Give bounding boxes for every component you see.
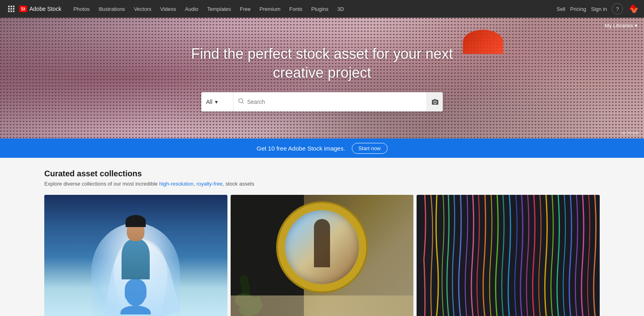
adobe-badge: St — [19, 6, 27, 12]
collection-card-3[interactable] — [417, 195, 600, 316]
navbar: St Adobe Stock Photos Illustrations Vect… — [0, 0, 644, 18]
nav-link-videos[interactable]: Videos — [156, 4, 180, 14]
main-content: Curated asset collections Explore divers… — [0, 158, 644, 316]
collections-title: Curated asset collections — [44, 169, 600, 178]
nav-link-photos[interactable]: Photos — [69, 4, 93, 14]
adobe-stock-logo[interactable]: St Adobe Stock — [19, 6, 61, 12]
svg-rect-5 — [13, 8, 14, 10]
chevron-down-icon — [215, 99, 218, 105]
svg-rect-1 — [10, 6, 12, 7]
nav-sell-link[interactable]: Sell — [557, 6, 566, 12]
high-res-link[interactable]: high-resolution — [159, 181, 193, 187]
collection-card-2[interactable] — [231, 195, 414, 316]
search-category-dropdown[interactable]: All — [201, 92, 233, 112]
nav-link-audio[interactable]: Audio — [181, 4, 202, 14]
svg-rect-8 — [13, 10, 14, 12]
svg-rect-4 — [10, 8, 12, 10]
my-libraries-label: My Libraries — [605, 23, 633, 29]
search-bar: All — [201, 92, 443, 112]
hero-content: Find the perfect stock asset for your ne… — [191, 45, 453, 83]
nav-link-premium[interactable]: Premium — [256, 4, 285, 14]
svg-rect-0 — [8, 6, 10, 7]
nav-pricing-link[interactable]: Pricing — [570, 6, 586, 12]
svg-point-11 — [434, 101, 436, 103]
nav-link-fonts[interactable]: Fonts — [285, 4, 307, 14]
search-input[interactable] — [247, 99, 422, 105]
svg-rect-2 — [13, 6, 14, 7]
chevron-down-icon — [635, 23, 638, 29]
navbar-right: Sell Pricing Sign in ? — [557, 3, 639, 14]
nav-link-plugins[interactable]: Plugins — [307, 4, 332, 14]
grid-icon[interactable] — [5, 2, 18, 15]
hero-section: My Libraries Find the perfect stock asse… — [0, 18, 644, 138]
nav-link-templates[interactable]: Templates — [203, 4, 235, 14]
visual-search-button[interactable] — [427, 92, 443, 112]
collections-subtitle: Explore diverse collections of our most … — [44, 181, 600, 187]
collection-card-1[interactable] — [44, 195, 227, 316]
start-now-button[interactable]: Start now — [352, 143, 388, 154]
promo-banner: Get 10 free Adobe Stock images. Start no… — [0, 138, 644, 158]
promo-text: Get 10 free Adobe Stock images. — [256, 145, 345, 152]
svg-rect-7 — [10, 10, 12, 12]
royalty-free-link[interactable]: royalty-free — [196, 181, 223, 187]
nav-link-vectors[interactable]: Vectors — [130, 4, 155, 14]
by-scopio-label: by Scopio — [621, 131, 639, 135]
svg-rect-3 — [8, 8, 10, 10]
help-icon[interactable]: ? — [612, 3, 623, 14]
svg-rect-6 — [8, 10, 10, 12]
my-libraries-button[interactable]: My Libraries — [605, 23, 638, 29]
search-category-label: All — [206, 99, 213, 105]
nav-link-illustrations[interactable]: Illustrations — [95, 4, 129, 14]
nav-link-free[interactable]: Free — [236, 4, 255, 14]
hero-umbrella-decoration — [463, 30, 503, 54]
image-grid — [44, 195, 600, 316]
search-icon — [238, 98, 244, 105]
navbar-left: St Adobe Stock Photos Illustrations Vect… — [5, 2, 348, 15]
svg-point-9 — [239, 99, 243, 103]
adobe-creative-cloud-icon[interactable] — [628, 3, 639, 14]
nav-signin-link[interactable]: Sign in — [591, 6, 607, 12]
search-input-area — [233, 92, 427, 112]
svg-line-10 — [242, 102, 244, 103]
nav-link-3d[interactable]: 3D — [333, 4, 348, 14]
adobe-stock-name: Adobe Stock — [29, 6, 61, 12]
hero-title: Find the perfect stock asset for your ne… — [191, 45, 453, 83]
nav-links: Photos Illustrations Vectors Videos Audi… — [69, 4, 348, 14]
